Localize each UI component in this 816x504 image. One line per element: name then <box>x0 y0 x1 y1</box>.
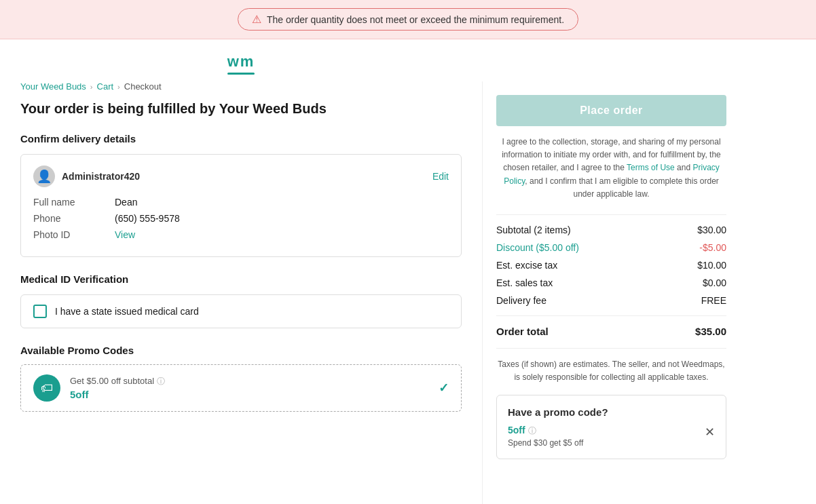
delivery-fee-label: Delivery fee <box>496 295 546 306</box>
privacy-link[interactable]: Privacy Policy <box>504 163 720 185</box>
discount-label: Discount ($5.00 off) <box>496 242 579 253</box>
detail-table: Full name Dean Phone (650) 555-9578 Phot… <box>33 197 449 240</box>
delivery-card-header: 👤 Administrator420 Edit <box>33 166 449 187</box>
edit-delivery-link[interactable]: Edit <box>432 171 449 182</box>
consent-text: I agree to the collection, storage, and … <box>496 136 726 201</box>
photoid-label: Photo ID <box>33 229 115 240</box>
excise-tax-value: $10.00 <box>697 260 726 271</box>
subtotal-row: Subtotal (2 items) $30.00 <box>496 225 726 235</box>
promo-applied-check: ✓ <box>439 381 449 395</box>
promo-section-label: Available Promo Codes <box>20 345 462 356</box>
excise-tax-row: Est. excise tax $10.00 <box>496 260 726 271</box>
breadcrumb-checkout: Checkout <box>124 81 162 92</box>
alert-message: The order quantity does not meet or exce… <box>267 14 564 25</box>
logo: wm <box>20 53 462 71</box>
medical-card: I have a state issued medical card <box>20 294 462 328</box>
delivery-fee-row: Delivery fee FREE <box>496 295 726 306</box>
phone-label: Phone <box>33 213 115 224</box>
breadcrumb-sep-1: › <box>90 83 93 91</box>
summary-divider-1 <box>496 214 726 215</box>
promo-tag-icon: 🏷 <box>33 374 60 402</box>
avatar: 👤 <box>33 166 55 187</box>
promo-close-button[interactable]: ✕ <box>705 425 715 440</box>
breadcrumb-cart[interactable]: Cart <box>97 81 114 92</box>
fullname-value: Dean <box>115 197 137 208</box>
sales-tax-row: Est. sales tax $0.00 <box>496 277 726 288</box>
discount-value: -$5.00 <box>699 242 726 253</box>
promo-sidebar-code: 5off <box>508 425 525 435</box>
phone-value: (650) 555-9578 <box>115 213 180 224</box>
logo-underline <box>227 73 255 75</box>
promo-sidebar-info-icon[interactable]: ⓘ <box>528 426 536 435</box>
fullname-label: Full name <box>33 197 115 208</box>
promo-info: Get $5.00 off subtotal ⓘ 5off <box>70 376 429 400</box>
medical-checkbox[interactable] <box>33 305 47 318</box>
photoid-view-link[interactable]: View <box>115 229 135 240</box>
order-total-value: $35.00 <box>695 326 726 337</box>
promo-info-icon[interactable]: ⓘ <box>157 376 165 386</box>
excise-tax-label: Est. excise tax <box>496 260 557 271</box>
terms-link[interactable]: Terms of Use <box>627 163 675 172</box>
medical-checkbox-label: I have a state issued medical card <box>55 306 199 317</box>
alert-inner: ⚠ The order quantity does not meet or ex… <box>238 8 578 31</box>
promo-code-sidebar: Have a promo code? 5off ⓘ Spend $30 get … <box>496 395 726 459</box>
detail-row-photoid: Photo ID View <box>33 229 449 240</box>
place-order-button[interactable]: Place order <box>496 95 726 126</box>
promo-code-name: 5off <box>70 389 429 400</box>
promo-sidebar-name-row: 5off ⓘ <box>508 425 583 437</box>
sidebar: Place order I agree to the collection, s… <box>482 81 740 504</box>
breadcrumb: Your Weed Buds › Cart › Checkout <box>20 81 462 92</box>
user-info-row: 👤 Administrator420 <box>33 166 140 187</box>
detail-row-phone: Phone (650) 555-9578 <box>33 213 449 224</box>
promo-sidebar-details: 5off ⓘ Spend $30 get $5 off <box>508 425 583 448</box>
delivery-section-label: Confirm delivery details <box>20 133 462 144</box>
sales-tax-label: Est. sales tax <box>496 277 553 288</box>
tax-note: Taxes (if shown) are estimates. The sell… <box>496 348 726 384</box>
subtotal-label: Subtotal (2 items) <box>496 225 571 235</box>
promo-description-text: Get $5.00 off subtotal <box>70 376 154 386</box>
subtotal-value: $30.00 <box>697 225 726 235</box>
alert-bar: ⚠ The order quantity does not meet or ex… <box>0 0 816 39</box>
sales-tax-value: $0.00 <box>703 277 726 288</box>
discount-row: Discount ($5.00 off) -$5.00 <box>496 242 726 253</box>
summary-divider-2 <box>496 315 726 316</box>
order-total-row: Order total $35.00 <box>496 326 726 337</box>
delivery-fee-value: FREE <box>701 295 726 306</box>
breadcrumb-sep-2: › <box>117 83 120 91</box>
detail-row-fullname: Full name Dean <box>33 197 449 208</box>
promo-desc: Get $5.00 off subtotal ⓘ <box>70 376 429 387</box>
username: Administrator420 <box>62 171 140 182</box>
promo-sidebar-row: 5off ⓘ Spend $30 get $5 off ✕ <box>508 425 715 448</box>
delivery-card: 👤 Administrator420 Edit Full name Dean P… <box>20 154 462 257</box>
medical-section-label: Medical ID Verification <box>20 273 462 285</box>
promo-card: 🏷 Get $5.00 off subtotal ⓘ 5off ✓ <box>20 364 462 412</box>
warning-icon: ⚠ <box>252 13 261 26</box>
order-total-label: Order total <box>496 326 549 337</box>
promo-sidebar-spend: Spend $30 get $5 off <box>508 438 583 448</box>
main-content: Your Weed Buds › Cart › Checkout Your or… <box>0 81 482 504</box>
promo-sidebar-title: Have a promo code? <box>508 406 715 418</box>
logo-area: wm <box>0 39 482 81</box>
breadcrumb-your-weed-buds[interactable]: Your Weed Buds <box>20 81 86 92</box>
order-title: Your order is being fulfilled by Your We… <box>20 101 462 117</box>
